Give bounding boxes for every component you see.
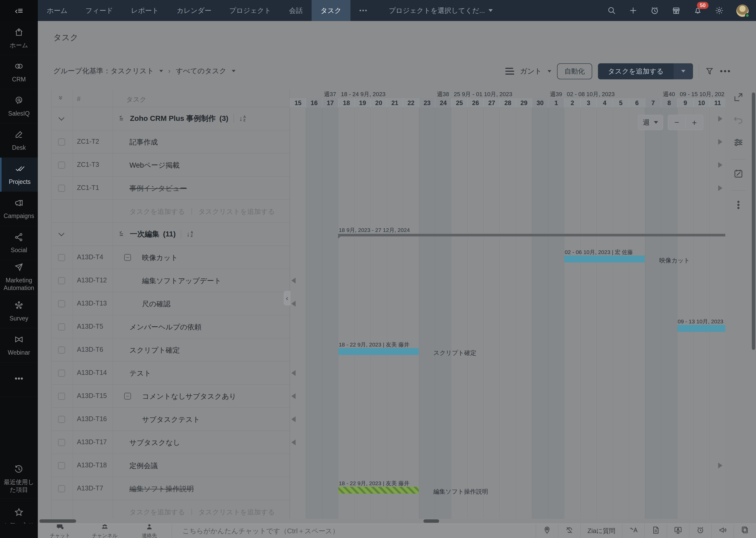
task-checkbox[interactable] [58,162,65,169]
announcements-icon[interactable] [711,524,734,538]
scroll-to-bar-right-arrow[interactable] [718,185,722,191]
add-icon[interactable] [629,6,638,15]
task-checkbox[interactable] [58,277,65,284]
task-checkbox[interactable] [58,416,65,423]
add-tasklist-link[interactable]: タスクリストを追加する [198,207,275,216]
task-name[interactable]: 記事作成 [129,137,158,147]
sidebar-item-•••[interactable] [0,362,38,397]
gantt-task-bar[interactable] [338,487,418,494]
task-name[interactable]: 編集ソフト操作説明 [129,484,194,494]
nav-tab-ホーム[interactable]: ホーム [38,0,76,21]
avatar[interactable] [736,4,749,17]
zia-voice-off-icon[interactable] [558,524,580,538]
sidebar-item-Survey[interactable]: Survey [0,294,38,328]
task-name[interactable]: Webページ掲載 [129,161,179,170]
quick-chat-input[interactable]: こちらがかんたんチャットです（Ctrl＋スペース） [172,524,536,538]
task-checkbox[interactable] [58,300,65,307]
automation-button[interactable]: 自動化 [557,63,592,79]
zia-icon[interactable] [622,524,644,538]
undo-icon[interactable] [732,114,744,126]
gantt-task-bar[interactable] [678,325,725,332]
sidebar-item-Desk[interactable]: Desk [0,124,38,158]
collapse-all-icon[interactable]: » [57,96,65,100]
scroll-to-bar-right-arrow[interactable] [718,162,722,168]
sidebar-item-SalesIQ[interactable]: SalesIQ [0,89,38,124]
bottombar-チャット[interactable]: チャット [38,523,82,538]
sidebar-toggle-icon[interactable]: ‹≡ [0,0,38,21]
sidebar-item-最近使用した項目[interactable]: 最近使用した項目 [0,459,38,499]
sort-icon[interactable]: ↓AZ [186,230,193,238]
task-name[interactable]: 尺の確認 [142,299,170,309]
settings-icon[interactable] [715,6,724,15]
gantt-task-bar[interactable] [338,348,418,355]
add-task-link[interactable]: タスクを追加する [129,207,185,216]
sidebar-item-ホーム[interactable]: ホーム [0,21,38,55]
gantt-summary-bar[interactable] [338,234,725,237]
task-name[interactable]: サブタスクなし [129,438,180,447]
task-name[interactable]: メンバーヘルプの依頼 [129,322,201,332]
task-name[interactable]: 編集ソフトアップデート [142,276,221,286]
task-name[interactable]: コメントなしサブタスクあり [142,392,236,401]
nav-more-icon[interactable]: ••• [351,0,377,21]
notes-icon[interactable] [644,524,667,538]
task-checkbox[interactable] [58,185,65,192]
group-by-selector[interactable]: グループ化基準：タスクリスト [53,66,154,76]
kebab-menu-icon[interactable] [732,199,744,211]
nav-tab-レポート[interactable]: レポート [122,0,168,21]
subtask-toggle-icon[interactable]: − [124,393,131,400]
filter-icon[interactable] [705,67,714,76]
scroll-to-bar-left-arrow[interactable] [291,440,296,445]
task-name[interactable]: 定例会議 [129,461,158,470]
sidebar-item-Social[interactable]: Social [0,226,38,260]
tasklist-name[interactable]: 一次編集 [130,229,159,239]
task-checkbox[interactable] [58,393,65,400]
reminder-icon[interactable] [650,6,659,15]
sidebar-item-Marketing Automation[interactable]: Marketing Automation [0,260,38,294]
zoom-out-button[interactable]: − [668,115,685,130]
project-selector[interactable]: プロジェクトを選択してくだ... [389,0,493,21]
task-checkbox[interactable] [58,323,65,331]
scroll-to-bar-right-arrow[interactable] [718,462,722,468]
baseline-calendar-icon[interactable] [732,168,744,180]
sidebar-item-Projects[interactable]: Projects [0,158,38,192]
task-name[interactable]: 事例インタビュー [129,184,187,193]
nav-tab-フィード[interactable]: フィード [76,0,122,21]
add-task-dropdown[interactable] [674,63,693,79]
collapse-group-icon[interactable] [59,230,65,237]
panel-splitter-handle[interactable]: ‹ [284,291,290,305]
nav-tab-会話[interactable]: 会話 [280,0,311,21]
task-checkbox[interactable] [58,138,65,145]
vertical-scrollbar-thumb[interactable] [752,92,755,350]
scroll-to-bar-right-arrow[interactable] [718,139,722,145]
gantt-hscrollbar-thumb[interactable] [423,519,439,523]
clipboard-icon[interactable] [734,524,756,538]
tips-icon[interactable] [536,524,558,538]
expand-icon[interactable] [732,91,744,103]
screen-share-icon[interactable] [667,524,689,538]
zoom-in-button[interactable]: ＋ [685,115,703,130]
task-name[interactable]: 映像カット [142,253,178,262]
table-hscrollbar-thumb[interactable] [39,519,76,523]
more-options-icon[interactable]: ••• [720,67,732,76]
nav-tab-タスク[interactable]: タスク [311,0,351,21]
scroll-to-bar-left-arrow[interactable] [291,416,296,422]
scroll-to-bar-right-arrow[interactable] [718,116,722,122]
search-icon[interactable] [607,6,616,15]
nav-tab-プロジェクト[interactable]: プロジェクト [220,0,280,21]
task-checkbox[interactable] [58,370,65,377]
task-checkbox[interactable] [58,485,65,492]
marketplace-icon[interactable] [672,6,681,15]
bottombar-チャンネル[interactable]: チャンネル [82,523,127,538]
scroll-to-bar-left-arrow[interactable] [291,301,296,306]
task-checkbox[interactable] [58,462,65,469]
task-name[interactable]: スクリプト確定 [129,346,180,355]
bottombar-連絡先[interactable]: 連絡先 [127,523,172,538]
scroll-to-bar-left-arrow[interactable] [291,393,296,399]
task-name[interactable]: テスト [129,369,151,378]
settings-sliders-icon[interactable] [732,136,744,148]
sidebar-item-CRM[interactable]: CRM [0,55,38,89]
collapse-group-icon[interactable] [59,115,65,121]
reminders-icon[interactable] [689,524,711,538]
sort-icon[interactable]: ↓AZ [239,115,246,123]
nav-tab-カレンダー[interactable]: カレンダー [168,0,220,21]
